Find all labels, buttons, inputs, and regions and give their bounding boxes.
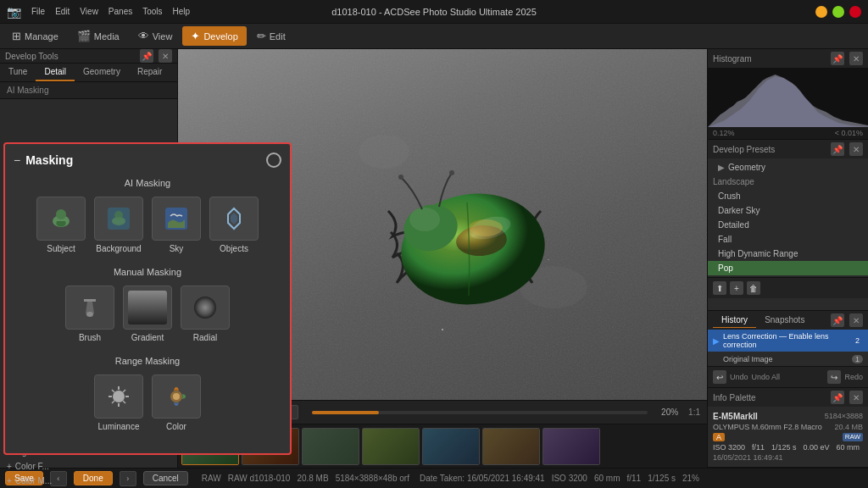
filmstrip-thumb-4[interactable] [362,428,420,465]
undo-all-label[interactable]: Undo All [752,370,781,384]
nav-edit[interactable]: ✏ Edit [248,26,294,46]
panel-close-icon[interactable]: ✕ [159,49,172,63]
masking-header: − Masking [14,152,281,168]
develop-presets-section: Develop Presets 📌 ✕ ▶Geometry Landscape … [708,140,868,311]
info-pin-icon[interactable]: 📌 [831,391,844,404]
radial-label: Radial [193,333,217,342]
menu-file[interactable]: File [31,7,45,16]
masking-collapse-icon[interactable]: − [14,153,20,167]
masking-subject[interactable]: Subject [36,197,86,253]
sidebar-color-filter[interactable]: + Color F... [0,459,177,474]
info-focal: 60 mm [837,443,860,452]
tab-repair[interactable]: Repair [129,64,170,81]
history-item-lens-correction[interactable]: ▶ Lens Correction — Enable lens correcti… [708,330,868,352]
bottom-focal: 60 mm [594,474,620,483]
tab-history[interactable]: History [713,313,756,328]
sidebar-color-mixer[interactable]: + Color M... [0,474,177,488]
info-ev: 0.00 eV [804,443,830,452]
svg-point-21 [173,393,180,400]
presets-pin-icon[interactable]: 📌 [831,142,844,156]
history-original-label: Original Image [723,355,849,363]
nav-view[interactable]: 👁 View [130,26,181,46]
filmstrip-thumb-3[interactable] [302,428,359,465]
filmstrip-thumb-5[interactable] [422,428,480,465]
zoom-slider[interactable] [312,411,648,414]
masking-background[interactable]: Background [94,197,143,253]
preset-share-icon[interactable]: ⬆ [713,281,726,295]
tab-detail[interactable]: Detail [36,64,75,81]
masking-objects[interactable]: Objects [209,197,259,253]
masking-sky[interactable]: Sky [152,197,201,253]
preset-geometry[interactable]: ▶Geometry [708,160,868,175]
menu-edit[interactable]: Edit [55,7,70,16]
info-close-icon[interactable]: ✕ [849,391,863,404]
preset-pop[interactable]: Pop [708,261,868,275]
preset-fall[interactable]: Fall [708,232,868,247]
history-tabs: History Snapshots [713,313,813,328]
history-close-icon[interactable]: ✕ [849,313,863,327]
svg-marker-7 [231,213,237,225]
menu-help[interactable]: Help [173,7,191,16]
nav-develop[interactable]: ✦ Develop [182,26,246,46]
masking-radial[interactable]: Radial [181,286,230,342]
info-exif: ISO 3200 f/11 1/125 s 0.00 eV 60 mm [713,443,863,452]
redo-icon[interactable]: ↪ [827,370,841,384]
presets-actions: ⬆ + 🗑 [708,277,868,298]
redo-label[interactable]: Redo [844,370,863,384]
history-pin-icon[interactable]: 📌 [831,313,844,327]
info-palette-section: Info Palette 📌 ✕ E-M5MarkII 5184×3888 OL… [708,388,868,468]
histogram-label: Histogram [713,54,752,64]
svg-rect-9 [128,291,167,324]
masking-color[interactable]: Color [152,374,201,431]
preset-detailed[interactable]: Detailed [708,218,868,232]
nav-media[interactable]: 🎬 Media [69,26,128,46]
undo-icon[interactable]: ↩ [713,370,726,384]
svg-point-29 [409,208,440,231]
preset-darker-sky[interactable]: Darker Sky [708,203,868,218]
histogram-close-icon[interactable]: ✕ [849,52,863,65]
masking-brush[interactable]: Brush [65,286,114,342]
tab-geometry[interactable]: Geometry [75,64,129,81]
menu-view[interactable]: View [80,7,98,16]
histogram-percent1: 0.12% [713,129,735,137]
masking-toggle[interactable] [266,152,281,168]
presets-close-icon[interactable]: ✕ [849,142,863,156]
filmstrip-thumb-6[interactable] [482,428,540,465]
undo-label[interactable]: Undo [730,370,748,384]
objects-icon-box [209,197,259,241]
minimize-button[interactable] [815,6,827,18]
svg-line-18 [123,390,125,392]
menu-tools[interactable]: Tools [142,7,162,16]
presets-header: Develop Presets 📌 ✕ [708,140,868,158]
histogram-stats: 0.12% < 0.01% [708,127,868,139]
left-panel: Develop Tools 📌 ✕ Tune Detail Geometry R… [0,49,178,468]
manual-masking-section-title: Manual Masking [14,267,281,277]
tab-tune[interactable]: Tune [0,64,36,81]
bottom-aperture: f/11 [626,474,641,483]
brush-icon-box [65,286,114,330]
history-item-original[interactable]: ▶ Original Image 1 [708,352,868,366]
preset-crush[interactable]: Crush [708,189,868,203]
svg-point-4 [114,211,123,219]
maximize-button[interactable] [832,6,844,18]
media-icon: 🎬 [77,30,91,42]
close-button[interactable] [849,6,861,18]
masking-luminance[interactable]: Luminance [94,374,143,431]
nav-manage[interactable]: ⊞ Manage [3,26,67,46]
app-icon: 📷 [7,5,21,19]
masking-gradient[interactable]: Gradient [123,286,172,342]
histogram-pin-icon[interactable]: 📌 [831,52,844,65]
panel-pin-icon[interactable]: 📌 [140,49,153,63]
preset-hdr[interactable]: High Dynamic Range [708,247,868,261]
filmstrip-thumb-7[interactable] [542,428,600,465]
menu-panes[interactable]: Panes [108,7,132,16]
svg-line-16 [112,390,114,392]
luminance-icon-box [94,374,143,419]
range-masking-grid: Luminance Color [14,374,281,431]
preset-add-icon[interactable]: + [730,281,743,295]
gradient-icon-box [123,286,172,330]
preset-delete-icon[interactable]: 🗑 [747,281,760,295]
radial-icon-box [181,286,230,330]
bottom-filesize: 20.8 MB [297,474,328,483]
tab-snapshots[interactable]: Snapshots [756,313,813,328]
